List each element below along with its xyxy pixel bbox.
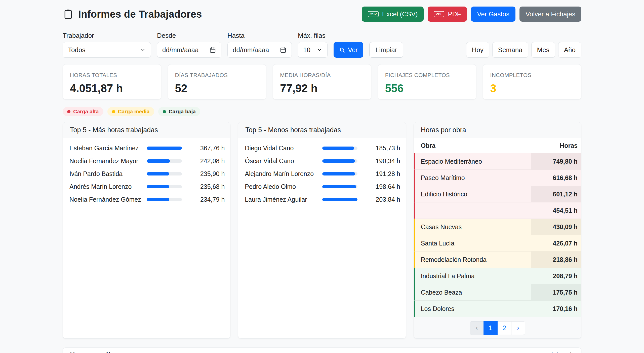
volver-fichajes-label: Volver a Fichajes xyxy=(526,10,575,18)
max-rows-select[interactable]: 10 xyxy=(298,42,328,58)
top-less-panel: Top 5 - Menos horas trabajadas Diego Vid… xyxy=(238,122,406,339)
date-to-label: Hasta xyxy=(227,32,292,40)
date-to-input[interactable] xyxy=(233,46,273,54)
hours-bar-track xyxy=(322,198,357,201)
obra-hours: 208,79 h xyxy=(531,268,581,284)
worker-name: Iván Pardo Bastida xyxy=(69,170,147,178)
obra-name: Casas Nuevas xyxy=(415,219,531,235)
chevron-down-icon xyxy=(317,47,322,53)
obra-row: Espacio Mediterráneo 749,80 h xyxy=(414,153,581,170)
quick-range-button[interactable]: Hoy xyxy=(466,42,489,58)
worker-hours: 185,73 h xyxy=(357,145,400,152)
hours-bar-fill xyxy=(147,159,170,163)
worker-select[interactable]: Todos xyxy=(63,42,151,58)
obra-name: Los Dolores xyxy=(415,301,531,317)
worker-row: Andrés Marín Lorenzo 235,68 h xyxy=(69,182,225,191)
pagination-prev-button[interactable]: ‹ xyxy=(470,321,484,335)
volver-fichajes-button[interactable]: Volver a Fichajes xyxy=(519,7,581,22)
obra-row: Casas Nuevas 430,09 h xyxy=(414,219,581,235)
worker-hours: 191,28 h xyxy=(357,170,400,178)
calendar-icon[interactable] xyxy=(209,47,216,53)
stat-value: 52 xyxy=(175,82,259,95)
top-more-list: Esteban Garcia Martinez 367,76 h Noelia … xyxy=(63,138,230,208)
worker-name: Noelia Fernández Gómez xyxy=(69,196,147,203)
stat-label: MEDIA HORAS/DÍA xyxy=(280,72,364,79)
date-from-input[interactable] xyxy=(162,46,203,54)
pagination-page-2-button[interactable]: 2 xyxy=(497,321,511,335)
obra-hours: 749,80 h xyxy=(531,153,581,169)
obra-panel: Horas por obra Obra Horas Espacio Medite… xyxy=(414,122,581,339)
obra-col-header: Obra xyxy=(421,142,435,149)
export-excel-label: Excel (CSV) xyxy=(382,10,418,18)
obra-name: Cabezo Beaza xyxy=(415,284,531,300)
quick-range-button[interactable]: Mes xyxy=(531,42,555,58)
export-excel-button[interactable]: CSV Excel (CSV) xyxy=(362,7,424,22)
stat-card: FICHAJES COMPLETOS 556 xyxy=(378,64,476,99)
hours-bar-fill xyxy=(147,147,182,150)
search-button[interactable]: Ver xyxy=(334,42,363,58)
report-page: Informes de Trabajadores CSV Excel (CSV)… xyxy=(63,0,581,353)
date-from-field: Desde xyxy=(157,32,221,58)
legend-pill: Carga media xyxy=(107,107,154,116)
pagination-next-button[interactable]: › xyxy=(511,321,525,335)
obra-pagination: ‹ 1 2 › xyxy=(470,321,525,335)
worker-name: Noelia Fernandez Mayor xyxy=(69,157,147,165)
groups-page-meta: Grupos: 52 · Página 1/6 xyxy=(513,352,574,353)
page-title: Informes de Trabajadores xyxy=(78,9,202,20)
quick-range-button[interactable]: Semana xyxy=(492,42,528,58)
hours-bar-fill xyxy=(322,147,354,150)
worker-filter-label: Trabajador xyxy=(63,32,151,40)
worker-row: Noelia Fernandez Mayor 242,08 h xyxy=(69,156,225,165)
hours-bar-fill xyxy=(322,198,357,201)
worker-filter-field: Trabajador Todos xyxy=(63,32,151,58)
horas-col-header: Horas xyxy=(560,142,578,149)
obra-hours: 601,12 h xyxy=(531,186,581,202)
hours-bar-fill xyxy=(147,172,169,175)
date-from-control xyxy=(157,42,221,58)
obra-row: Los Dolores 170,16 h xyxy=(414,301,581,317)
ver-gastos-button[interactable]: Ver Gastos xyxy=(471,7,515,22)
hours-bar-track xyxy=(322,185,357,188)
stats-row: HORAS TOTALES 4.051,87 h DÍAS TRABAJADOS… xyxy=(63,64,581,99)
legend-pill: Carga baja xyxy=(158,107,200,116)
legend-dot-icon xyxy=(163,110,166,113)
stat-card: HORAS TOTALES 4.051,87 h xyxy=(63,64,161,99)
worker-hours: 203,84 h xyxy=(357,196,400,203)
obra-hours: 175,75 h xyxy=(531,284,581,300)
worker-name: Alejandro Marín Lorenzo xyxy=(245,170,322,178)
top-more-panel: Top 5 - Más horas trabajadas Esteban Gar… xyxy=(63,122,230,339)
worker-hours: 235,68 h xyxy=(182,183,225,190)
obra-hours: 218,86 h xyxy=(531,252,581,268)
worker-row: Óscar Vidal Cano 190,34 h xyxy=(245,156,400,165)
top-less-list: Diego Vidal Cano 185,73 h Óscar Vidal Ca… xyxy=(238,138,406,208)
pdf-file-icon: PDF xyxy=(434,11,444,17)
hours-bar-track xyxy=(322,147,357,150)
hours-bar-track xyxy=(322,172,357,175)
quick-range-button[interactable]: Año xyxy=(558,42,581,58)
top-less-title: Top 5 - Menos horas trabajadas xyxy=(238,122,406,138)
obra-hours: 616,68 h xyxy=(531,170,581,186)
hours-bar-fill xyxy=(147,185,169,188)
hours-bar-fill xyxy=(322,172,355,175)
obra-row: Paseo Marítimo 616,68 h xyxy=(414,170,581,186)
filters-bar: Trabajador Todos Desde Hasta xyxy=(63,32,581,58)
clear-filters-button[interactable]: Limpiar xyxy=(369,42,403,58)
export-pdf-button[interactable]: PDF PDF xyxy=(428,7,467,22)
load-legend: Carga alta Carga media Carga baja xyxy=(63,107,581,116)
date-to-control xyxy=(227,42,292,58)
legend-label: Carga baja xyxy=(169,109,196,115)
pagination-page-1-button[interactable]: 1 xyxy=(484,321,498,335)
max-rows-label: Máx. filas xyxy=(298,32,328,40)
worker-hours: 234,79 h xyxy=(182,196,225,203)
chevron-down-icon xyxy=(140,47,146,53)
stat-card: DÍAS TRABAJADOS 52 xyxy=(168,64,266,99)
obra-row: Cabezo Beaza 175,75 h xyxy=(414,284,581,301)
obra-name: Remodelación Rotonda xyxy=(415,252,531,268)
worker-row: Laura Jiménez Aguilar 203,84 h xyxy=(245,195,400,204)
worker-row: Diego Vidal Cano 185,73 h xyxy=(245,144,400,153)
worker-hours: 198,64 h xyxy=(357,183,400,190)
hours-bar-track xyxy=(147,185,182,188)
obra-name: Edificio Histórico xyxy=(415,186,531,202)
calendar-icon[interactable] xyxy=(280,47,287,53)
worker-hours: 235,90 h xyxy=(182,170,225,178)
